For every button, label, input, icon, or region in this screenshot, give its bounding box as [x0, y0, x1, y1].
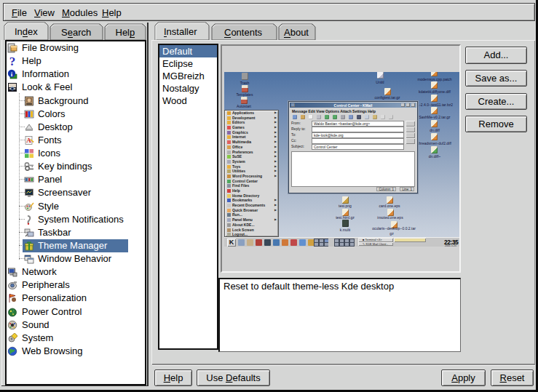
svg-text:?: ?: [9, 56, 16, 66]
svg-text:Search: Search: [61, 27, 91, 38]
svg-text:Help: Help: [116, 27, 135, 38]
svg-text:About: About: [284, 27, 309, 38]
svg-text:Installer: Installer: [164, 26, 197, 37]
svg-text:Index: Index: [15, 26, 38, 37]
svg-text:Contents: Contents: [224, 27, 263, 38]
